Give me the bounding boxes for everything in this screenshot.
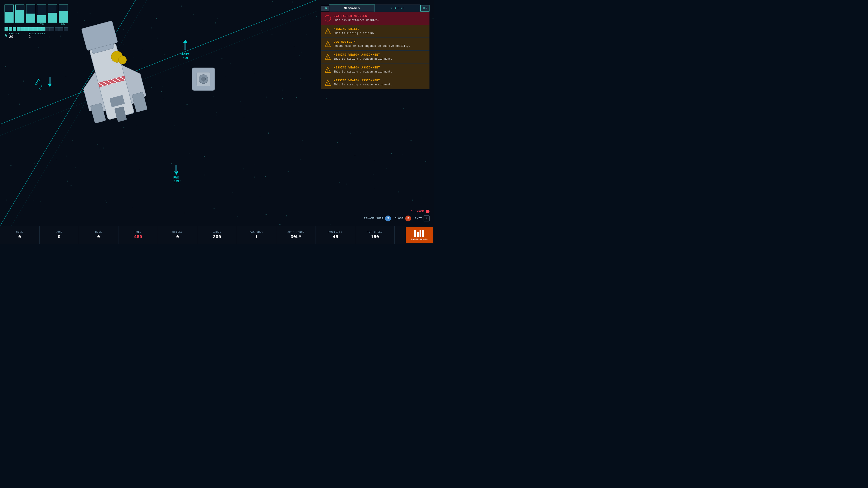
svg-text:!: ! [327, 30, 329, 34]
svg-rect-13 [176, 165, 177, 172]
warning-icon-1: ! [324, 28, 331, 34]
warning-icon-4: ! [324, 67, 331, 73]
star-dot: + [426, 186, 427, 188]
stat-label-top-speed: TOP SPEED [367, 231, 382, 233]
message-title-0: UNATTACHED MODULES [334, 15, 426, 18]
svg-text:FWD: FWD [174, 176, 179, 180]
bar-6-label: GRV [61, 23, 65, 26]
power-bar [4, 27, 68, 31]
power-seg-9 [37, 27, 41, 31]
power-seg-13 [55, 27, 59, 31]
bar-4-eng: ENG [37, 4, 46, 26]
svg-text:PORT: PORT [181, 53, 189, 56]
gamer-guides-logo: GAMER GUIDES [406, 227, 433, 243]
stat-value-top-speed: 150 [371, 234, 379, 239]
star-dot: + [373, 173, 374, 175]
svg-rect-5 [184, 43, 186, 50]
lb-button[interactable]: LB [321, 6, 329, 11]
svg-rect-48 [414, 230, 416, 237]
stat-label-hull: HULL [135, 231, 142, 233]
svg-rect-9 [49, 77, 51, 84]
bar-3-visual [26, 4, 35, 23]
message-weapon-assignment-2: ! MISSING WEAPON ASSIGNMENT Ship is miss… [321, 64, 430, 76]
messages-tab[interactable]: MESSAGES [329, 4, 375, 12]
stat-value-max-crew: 1 [255, 234, 258, 239]
star-dot: + [354, 155, 355, 157]
star-dot: + [326, 158, 327, 159]
bar-6-fill [59, 11, 68, 22]
control-buttons-row: RENAME SHIP X CLOSE B EXIT ≡ [364, 216, 430, 221]
logo-name: GAMER GUIDES [411, 238, 428, 240]
bottom-stats-bar: NONE 0 NONE 0 NONE 0 HULL 480 SHIELD 0 C… [0, 226, 434, 244]
star-dot: + [330, 224, 331, 225]
stat-value-jump-range: 30LY [290, 234, 301, 239]
message-missing-shield: ! MISSING SHIELD Ship is missing a shiel… [321, 25, 430, 38]
bar-5 [48, 4, 57, 26]
star-dot: + [402, 153, 403, 156]
stat-value-cargo: 200 [213, 234, 221, 239]
svg-marker-4 [183, 40, 188, 43]
power-seg-15 [64, 27, 68, 31]
message-content-2: LOW MOBILITY Reduce mass or add engines … [334, 40, 426, 48]
message-title-5: MISSING WEAPON ASSIGNMENT [334, 79, 426, 82]
power-seg-11 [45, 27, 50, 31]
message-content-5: MISSING WEAPON ASSIGNMENT Ship is missin… [334, 79, 426, 86]
svg-text:!: ! [327, 69, 329, 72]
error-icon: − [324, 15, 331, 22]
power-seg-12 [50, 27, 54, 31]
stat-label-none-1: NONE [16, 231, 23, 233]
ship-stats-panel: ENG GRV A [4, 4, 72, 39]
message-weapon-assignment-1: ! MISSING WEAPON ASSIGNMENT Ship is miss… [321, 51, 430, 64]
close-button[interactable]: CLOSE B [395, 216, 411, 221]
stat-none-2: NONE 0 [39, 226, 79, 244]
reactor-label: REACTOR [9, 32, 20, 35]
message-desc-2: Reduce mass or add engines to improve mo… [334, 44, 426, 48]
stat-label-shield: SHIELD [173, 231, 183, 233]
weapons-tab[interactable]: WEAPONS [375, 4, 421, 12]
message-desc-1: Ship is missing a shield. [334, 32, 426, 35]
logo-icon [414, 230, 425, 238]
star-dot: + [350, 132, 351, 135]
rb-button[interactable]: RB [421, 5, 430, 11]
star-dot: + [373, 160, 375, 162]
message-title-3: MISSING WEAPON ASSIGNMENT [334, 53, 426, 57]
star-dot: + [391, 152, 392, 156]
svg-text:STBD: STBD [34, 78, 41, 86]
stat-cargo: CARGO 200 [197, 226, 237, 244]
rename-ship-button[interactable]: RENAME SHIP X [364, 216, 391, 221]
error-indicator: 1 ERROR [411, 210, 430, 213]
bar-1 [4, 4, 13, 26]
power-seg-10 [41, 27, 45, 31]
exit-button[interactable]: EXIT ≡ [415, 216, 430, 221]
bar-6-grv: GRV [59, 4, 68, 26]
power-seg-3 [13, 27, 16, 31]
power-seg-7 [29, 27, 33, 31]
message-desc-4: Ship is missing a weapon assignment. [334, 70, 426, 73]
star-dot: + [418, 144, 419, 146]
error-label: ERROR [414, 210, 424, 213]
stat-label-mobility: MOBILITY [329, 231, 342, 233]
star-dot: + [374, 188, 375, 190]
star-dot: + [425, 160, 427, 163]
star-dot: + [403, 107, 405, 110]
warning-icon-5: ! [324, 79, 331, 86]
message-title-1: MISSING SHIELD [334, 28, 426, 31]
power-seg-14 [59, 27, 63, 31]
star-dot: + [410, 139, 412, 142]
stat-value-none-1: 0 [18, 234, 21, 239]
bar-2-fill [16, 10, 24, 22]
svg-marker-8 [48, 84, 52, 87]
stat-label-none-3: NONE [95, 231, 102, 233]
bar-5-visual [48, 4, 57, 23]
close-label: CLOSE [395, 217, 403, 220]
power-seg-8 [33, 27, 37, 31]
star-dot: + [385, 168, 387, 170]
stat-max-crew: MAX CREW 1 [237, 226, 276, 244]
message-content-4: MISSING WEAPON ASSIGNMENT Ship is missin… [334, 66, 426, 73]
menu-button-icon: ≡ [424, 216, 430, 221]
bar-6-visual [59, 4, 68, 23]
svg-text:17M: 17M [183, 57, 188, 60]
message-desc-3: Ship is missing a weapon assignment. [334, 57, 426, 61]
bottom-controls: 1 ERROR RENAME SHIP X CLOSE B EXIT ≡ [364, 210, 430, 221]
star-dot: + [334, 181, 336, 184]
